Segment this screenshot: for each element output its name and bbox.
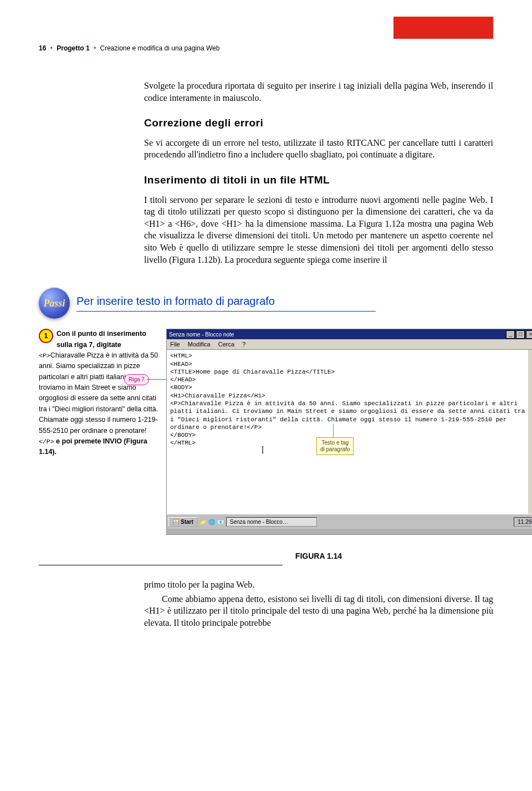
figure-rule [39, 565, 283, 565]
closing-paragraph-2: Come abbiamo appena detto, esistono sei … [144, 593, 493, 629]
errors-paragraph: Se vi accorgete di un errore nel testo, … [144, 137, 493, 161]
separator-dot: • [50, 44, 53, 52]
taskbar: 🪟 Start 📁 🌐 📧 Senza nome - Blocco… 11.29 [167, 514, 532, 529]
project-label: Progetto 1 [57, 44, 89, 52]
quicklaunch-icon[interactable]: 📧 [217, 519, 224, 525]
windows-icon: 🪟 [172, 519, 179, 525]
code-line: <BODY> [170, 384, 525, 391]
menu-help[interactable]: ? [242, 341, 245, 348]
code-line: <HEAD> [170, 360, 525, 368]
figure-caption: FIGURA 1.14 [144, 552, 493, 560]
titles-paragraph: I titoli servono per separare le sezioni… [144, 194, 493, 266]
passi-title: Per inserire testo in formato di paragra… [76, 295, 376, 312]
code-line: piatti italiani. Ci troviamo in Main Str… [170, 407, 525, 415]
step-body-text: Chiaravalle Pizza è in attività da 50 an… [39, 351, 158, 435]
close-button[interactable]: × [526, 330, 532, 339]
riga-callout: Riga 7 [124, 374, 149, 385]
paragraph-callout: Testo e tag di paragrafo [316, 437, 354, 455]
intro-paragraph: Svolgete la procedura riportata di segui… [144, 80, 493, 104]
step-code-close: </P> [39, 438, 54, 445]
menu-file[interactable]: File [170, 341, 180, 348]
window-titlebar[interactable]: Senza nome - Blocco note _ □ × [167, 329, 532, 339]
section-heading-errors: Correzione degli errori [144, 116, 493, 130]
minimize-button[interactable]: _ [506, 330, 515, 339]
text-editor-area[interactable]: <HTML> <HEAD> <TITLE>Home page di Chiara… [167, 350, 532, 514]
text-cursor-icon: I [261, 444, 264, 457]
menu-search[interactable]: Cerca [218, 341, 234, 348]
task-label: Senza nome - Blocco… [230, 519, 288, 525]
menu-bar: File Modifica Cerca ? [167, 339, 532, 350]
code-line: <TITLE>Home page di Chiaravalle Pizza</T… [170, 368, 525, 376]
code-line: ordinare o prenotare!</P> [170, 423, 525, 431]
code-line: </HEAD> [170, 376, 525, 384]
brand-color-box [393, 17, 493, 39]
quicklaunch-icon[interactable]: 🌐 [208, 519, 215, 525]
maximize-button[interactable]: □ [516, 330, 525, 339]
step-key: INVIO [103, 437, 122, 445]
callout-pointer [333, 424, 334, 437]
section-heading-titles: Inserimento di titoli in un file HTML [144, 173, 493, 187]
running-header: 16 • Progetto 1 • Creazione e modifica d… [39, 44, 493, 52]
code-line: i "Dieci migliori ristoranti" della citt… [170, 416, 525, 423]
step-number-badge: 1 [39, 329, 53, 343]
chapter-title: Creazione e modifica di una pagina Web [100, 44, 219, 52]
code-line: <P>Chiaravalle Pizza è in attività da 50… [170, 400, 525, 407]
step-tail-bold: e poi premete [54, 437, 103, 445]
closing-paragraph-1: primo titolo per la pagina Web. [144, 579, 493, 591]
quicklaunch-icon[interactable]: 📁 [200, 519, 206, 525]
start-label: Start [181, 519, 193, 525]
step-instructions: 1 Con il punto di inserimento sulla riga… [39, 329, 166, 458]
system-tray[interactable]: 11.29 [514, 517, 532, 527]
separator-dot: • [94, 44, 96, 52]
step-code-open: <P> [39, 352, 50, 359]
start-button[interactable]: 🪟 Start [168, 517, 197, 527]
passi-badge: Passi [39, 288, 70, 319]
taskbar-task[interactable]: Senza nome - Blocco… [226, 517, 317, 527]
notepad-window: Senza nome - Blocco note _ □ × File Modi… [166, 329, 532, 535]
menu-edit[interactable]: Modifica [188, 341, 211, 348]
step-lead: Con il punto di inserimento sulla riga 7… [57, 330, 146, 348]
code-line: <HTML> [170, 352, 525, 360]
window-title: Senza nome - Blocco note [169, 331, 234, 338]
tray-time: 11.29 [518, 519, 531, 525]
code-line: <H1>Chiaravalle Pizza</H1> [170, 392, 525, 400]
page-number: 16 [39, 44, 46, 52]
